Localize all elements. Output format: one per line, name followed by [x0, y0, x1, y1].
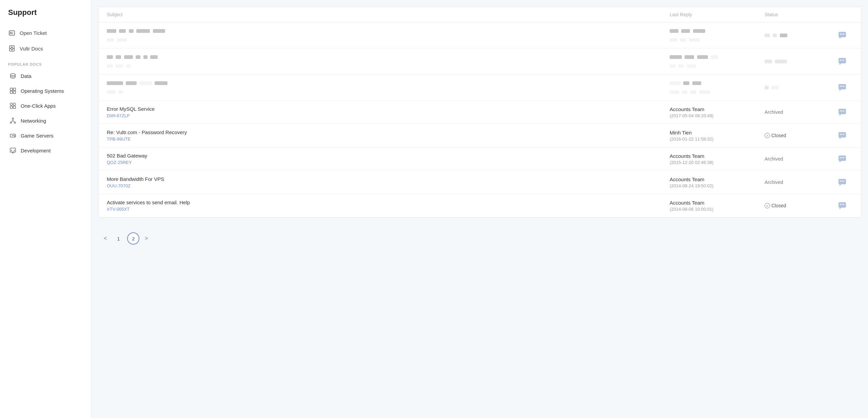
chat-icon	[832, 155, 853, 163]
ticket-reply-cell: Accounts Team (2014-08-06 10:00:01)	[670, 200, 765, 212]
sidebar-item-data[interactable]: Data	[0, 68, 91, 83]
table-row[interactable]	[99, 48, 861, 75]
header-last-reply: Last Reply	[670, 12, 765, 17]
page-2-button[interactable]: 2	[127, 232, 139, 245]
svg-rect-43	[842, 134, 843, 135]
ticket-id: XTV-005XT	[107, 207, 670, 212]
svg-rect-32	[840, 86, 841, 87]
svg-rect-42	[840, 134, 841, 135]
header-subject: Subject	[107, 12, 670, 17]
networking-label: Networking	[21, 118, 46, 124]
sidebar-item-networking[interactable]: Networking	[0, 113, 91, 128]
svg-point-13	[12, 118, 14, 119]
svg-rect-1	[10, 33, 12, 34]
ticket-reply-name: Accounts Team	[670, 106, 765, 112]
table-row[interactable]: Activate services to send email. Help XT…	[99, 194, 861, 217]
header-status: Status	[765, 12, 832, 17]
svg-rect-33	[842, 86, 843, 87]
dev-icon	[9, 147, 17, 154]
ticket-subject: 502 Bad Gateway	[107, 153, 670, 159]
ticket-subject-cell: Activate services to send email. Help XT…	[107, 200, 670, 212]
svg-marker-31	[840, 89, 841, 91]
sidebar-item-one-click-apps[interactable]: One-Click Apps	[0, 98, 91, 113]
svg-rect-23	[842, 34, 843, 35]
ticket-reply-name: Accounts Team	[670, 176, 765, 182]
os-icon	[9, 87, 17, 95]
game-icon	[9, 132, 17, 139]
svg-rect-39	[843, 110, 844, 111]
sidebar-item-game-servers[interactable]: Game Servers	[0, 128, 91, 143]
svg-rect-27	[840, 60, 841, 61]
ticket-icon	[8, 29, 16, 37]
svg-rect-38	[842, 110, 843, 111]
ticket-reply-cell	[670, 80, 765, 95]
svg-rect-57	[840, 204, 841, 205]
ticket-id: OUU-7070Z	[107, 183, 670, 188]
table-row[interactable]	[99, 75, 861, 101]
ticket-status-cell	[765, 84, 832, 90]
svg-marker-26	[840, 63, 841, 65]
apps-icon	[9, 102, 17, 109]
ticket-status: ✓ Closed	[765, 133, 832, 138]
ticket-subject-cell: Re: Vultr.com - Password Recovery TPB-99…	[107, 129, 670, 142]
ticket-subject-cell: Error MySQL Service DWI-67ZLP	[107, 106, 670, 118]
svg-marker-36	[840, 114, 841, 116]
svg-point-15	[14, 122, 16, 123]
page-1-button[interactable]: 1	[112, 232, 124, 245]
ticket-reply-date: (2016-01-22 11:58:32)	[670, 137, 765, 142]
header-action	[832, 12, 853, 17]
ticket-subject-cell: 502 Bad Gateway QOZ-25REY	[107, 153, 670, 165]
ticket-status: ✓ Closed	[765, 203, 832, 208]
ticket-status: Archived	[765, 156, 832, 162]
ticket-reply-name: Minh Tien	[670, 130, 765, 135]
ticket-subject-cell	[107, 28, 670, 43]
ticket-subject-cell	[107, 54, 670, 69]
ticket-reply-cell: Minh Tien (2016-01-22 11:58:32)	[670, 130, 765, 142]
svg-rect-59	[843, 204, 844, 205]
svg-marker-56	[840, 208, 841, 209]
sidebar-item-operating-systems[interactable]: Operating Systems	[0, 83, 91, 98]
ticket-reply-name: Accounts Team	[670, 200, 765, 206]
sidebar-item-open-ticket[interactable]: Open Ticket	[0, 25, 91, 41]
ticket-id: TPB-99UTE	[107, 137, 670, 142]
sidebar-item-vultr-docs[interactable]: Vultr Docs	[0, 41, 91, 56]
sidebar-item-development[interactable]: Development	[0, 143, 91, 158]
svg-point-17	[14, 135, 14, 136]
network-icon	[9, 117, 17, 124]
table-row[interactable]: More Bandwidth For VPS OUU-7070Z Account…	[99, 171, 861, 194]
closed-circle-icon: ✓	[765, 133, 770, 138]
ticket-reply-date: (2014-08-24 19:50:02)	[670, 183, 765, 188]
table-row[interactable]	[99, 22, 861, 48]
table-row[interactable]: Error MySQL Service DWI-67ZLP Accounts T…	[99, 101, 861, 124]
svg-point-4	[11, 74, 15, 76]
svg-rect-22	[840, 34, 841, 35]
ticket-reply-name: Accounts Team	[670, 153, 765, 159]
ticket-reply-cell	[670, 54, 765, 69]
svg-rect-52	[840, 181, 841, 182]
chat-icon	[832, 108, 853, 116]
docs-icon	[8, 45, 16, 52]
svg-rect-54	[843, 181, 844, 182]
svg-marker-46	[840, 161, 841, 163]
table-row[interactable]: Re: Vultr.com - Password Recovery TPB-99…	[99, 124, 861, 147]
prev-page-button[interactable]: <	[101, 234, 110, 243]
svg-rect-11	[10, 106, 13, 108]
data-label: Data	[21, 73, 32, 79]
ticket-reply-cell: Accounts Team (2017-05-04 08:33:49)	[670, 106, 765, 118]
chat-icon	[832, 202, 853, 209]
chat-icon	[832, 58, 853, 65]
ticket-subject: Activate services to send email. Help	[107, 200, 670, 205]
svg-rect-28	[842, 60, 843, 61]
chat-icon	[832, 32, 853, 39]
ticket-status-cell	[765, 32, 832, 38]
ticket-id: DWI-67ZLP	[107, 113, 670, 118]
sidebar: Support Open Ticket Vultr Docs POPULAR D…	[0, 0, 92, 418]
svg-point-18	[14, 136, 15, 137]
svg-rect-58	[842, 204, 843, 205]
table-row[interactable]: 502 Bad Gateway QOZ-25REY Accounts Team …	[99, 147, 861, 171]
svg-rect-8	[13, 91, 16, 93]
os-label: Operating Systems	[21, 88, 64, 94]
open-ticket-label: Open Ticket	[20, 30, 47, 36]
next-page-button[interactable]: >	[142, 234, 151, 243]
chat-icon	[832, 84, 853, 91]
